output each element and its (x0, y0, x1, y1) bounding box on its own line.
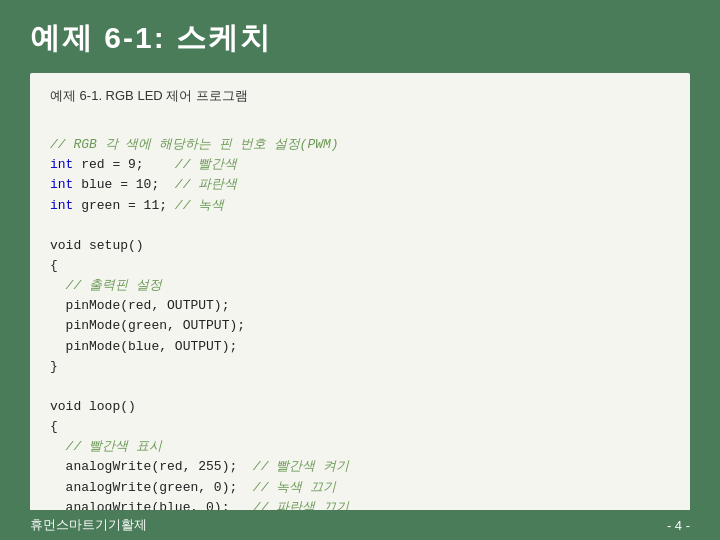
page-title: 예제 6-1: 스케치 (30, 18, 690, 59)
code-comment-5: // 출력핀 설정 (66, 278, 162, 293)
code-pinmode-1: pinMode(red, OUTPUT); (66, 298, 230, 313)
code-brace-open-2: { (50, 419, 58, 434)
header: 예제 6-1: 스케치 (0, 0, 720, 73)
card-title: 예제 6-1. RGB LED 제어 프로그램 (50, 87, 670, 105)
code-void-setup: void setup() (50, 238, 144, 253)
footer-left: 휴먼스마트기기활제 (30, 516, 147, 534)
code-text-3: green = 11; (73, 198, 174, 213)
code-pinmode-2: pinMode(green, OUTPUT); (66, 318, 245, 333)
code-keyword-1: int (50, 157, 73, 172)
code-analogwrite-1: analogWrite(red, 255); (66, 459, 253, 474)
code-block: // RGB 각 색에 해당하는 핀 번호 설정(PWM) int red = … (50, 115, 670, 540)
footer: 휴먼스마트기기활제 - 4 - (0, 510, 720, 540)
code-comment-7: // 빨간색 켜기 (253, 459, 349, 474)
code-comment-3: // 파란색 (175, 177, 237, 192)
code-keyword-3: int (50, 198, 73, 213)
code-comment-line1: // RGB 각 색에 해당하는 핀 번호 설정(PWM) (50, 137, 339, 152)
code-pinmode-3: pinMode(blue, OUTPUT); (66, 339, 238, 354)
code-comment-4: // 녹색 (175, 198, 224, 213)
code-analogwrite-2: analogWrite(green, 0); (66, 480, 253, 495)
code-comment-6: // 빨간색 표시 (66, 439, 162, 454)
code-comment-2: // 빨간색 (175, 157, 237, 172)
code-card: 예제 6-1. RGB LED 제어 프로그램 // RGB 각 색에 해당하는… (30, 73, 690, 540)
code-void-loop: void loop() (50, 399, 136, 414)
code-text-1: red = 9; (73, 157, 174, 172)
code-brace-open-1: { (50, 258, 58, 273)
code-text-2: blue = 10; (73, 177, 174, 192)
footer-right: - 4 - (667, 518, 690, 533)
code-comment-8: // 녹색 끄기 (253, 480, 336, 495)
code-brace-close-1: } (50, 359, 58, 374)
content-area: 예제 6-1. RGB LED 제어 프로그램 // RGB 각 색에 해당하는… (0, 73, 720, 540)
code-keyword-2: int (50, 177, 73, 192)
